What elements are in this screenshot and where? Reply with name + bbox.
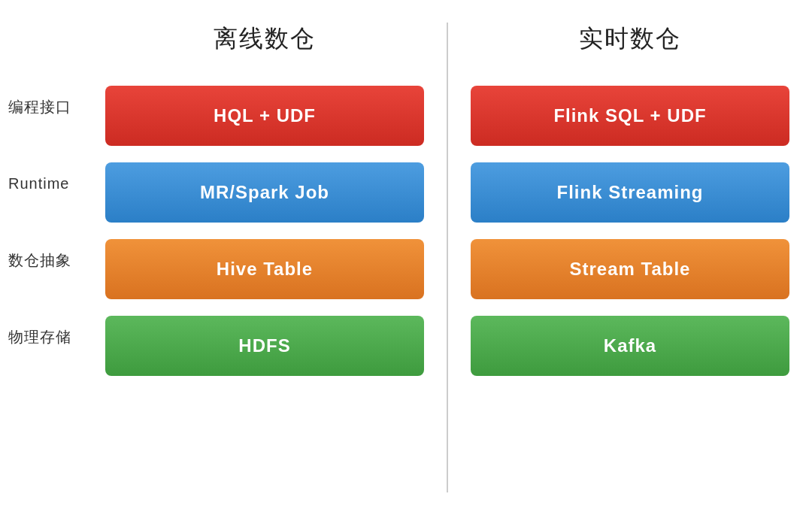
realtime-column: 实时数仓 Flink SQL + UDF Flink Streaming Str…: [448, 23, 812, 492]
realtime-box-abstraction: Stream Table: [471, 239, 789, 299]
offline-boxes: HQL + UDF MR/Spark Job Hive Table HDFS: [105, 86, 424, 376]
row-label-programming: 编程接口: [8, 77, 71, 137]
offline-box-programming: HQL + UDF: [105, 86, 424, 146]
offline-box-storage: HDFS: [105, 316, 424, 376]
columns-area: 离线数仓 HQL + UDF MR/Spark Job Hive Table H…: [83, 23, 812, 492]
realtime-box-storage: Kafka: [471, 316, 789, 376]
row-label-abstraction: 数仓抽象: [8, 230, 71, 290]
row-label-runtime: Runtime: [8, 153, 71, 214]
realtime-title: 实时数仓: [579, 23, 681, 56]
offline-box-runtime: MR/Spark Job: [105, 162, 424, 223]
realtime-box-runtime: Flink Streaming: [471, 162, 789, 223]
row-labels-column: 编程接口 Runtime 数仓抽象 物理存储: [0, 23, 83, 492]
offline-box-abstraction: Hive Table: [105, 239, 424, 299]
label-rows: 编程接口 Runtime 数仓抽象 物理存储: [8, 77, 71, 367]
main-layout: 编程接口 Runtime 数仓抽象 物理存储 离线数仓 HQL + UDF MR…: [0, 0, 812, 515]
row-label-storage: 物理存储: [8, 307, 71, 367]
realtime-box-programming: Flink SQL + UDF: [471, 86, 789, 146]
offline-title: 离线数仓: [214, 23, 316, 56]
realtime-boxes: Flink SQL + UDF Flink Streaming Stream T…: [471, 86, 789, 376]
offline-column: 离线数仓 HQL + UDF MR/Spark Job Hive Table H…: [83, 23, 447, 492]
